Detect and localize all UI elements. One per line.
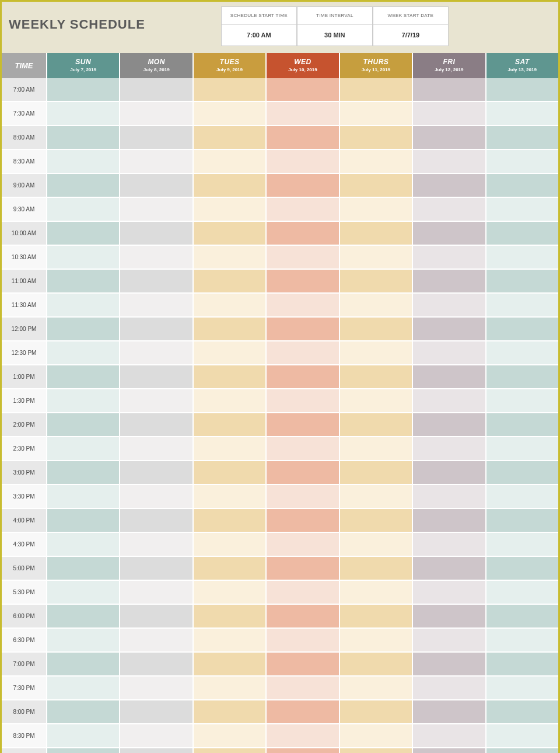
schedule-cell[interactable] bbox=[194, 605, 267, 629]
schedule-cell[interactable] bbox=[120, 437, 193, 461]
schedule-cell[interactable] bbox=[487, 437, 558, 461]
schedule-cell[interactable] bbox=[413, 198, 486, 222]
schedule-cell[interactable] bbox=[120, 629, 193, 653]
schedule-cell[interactable] bbox=[487, 150, 558, 174]
schedule-cell[interactable] bbox=[487, 270, 558, 294]
schedule-cell[interactable] bbox=[413, 461, 486, 485]
schedule-cell[interactable] bbox=[194, 318, 267, 341]
schedule-cell[interactable] bbox=[413, 222, 486, 246]
schedule-cell[interactable] bbox=[267, 461, 340, 485]
schedule-cell[interactable] bbox=[47, 413, 120, 437]
schedule-cell[interactable] bbox=[413, 605, 486, 629]
schedule-cell[interactable] bbox=[340, 341, 413, 365]
schedule-cell[interactable] bbox=[194, 78, 267, 102]
schedule-cell[interactable] bbox=[487, 413, 558, 437]
schedule-cell[interactable] bbox=[267, 700, 340, 724]
schedule-cell[interactable] bbox=[120, 318, 193, 341]
schedule-cell[interactable] bbox=[413, 533, 486, 557]
schedule-cell[interactable] bbox=[267, 222, 340, 246]
schedule-cell[interactable] bbox=[120, 341, 193, 365]
schedule-cell[interactable] bbox=[194, 341, 267, 365]
schedule-cell[interactable] bbox=[487, 174, 558, 198]
schedule-cell[interactable] bbox=[194, 222, 267, 246]
schedule-cell[interactable] bbox=[340, 461, 413, 485]
schedule-cell[interactable] bbox=[267, 485, 340, 509]
schedule-cell[interactable] bbox=[413, 341, 486, 365]
schedule-cell[interactable] bbox=[194, 389, 267, 413]
schedule-cell[interactable] bbox=[120, 222, 193, 246]
schedule-cell[interactable] bbox=[487, 318, 558, 341]
schedule-cell[interactable] bbox=[120, 246, 193, 270]
schedule-cell[interactable] bbox=[120, 102, 193, 126]
schedule-cell[interactable] bbox=[194, 581, 267, 605]
schedule-cell[interactable] bbox=[120, 581, 193, 605]
schedule-cell[interactable] bbox=[340, 724, 413, 748]
schedule-cell[interactable] bbox=[340, 78, 413, 102]
schedule-cell[interactable] bbox=[194, 150, 267, 174]
config-value[interactable]: 7/7/19 bbox=[373, 25, 448, 46]
schedule-cell[interactable] bbox=[340, 294, 413, 318]
schedule-cell[interactable] bbox=[267, 748, 340, 753]
schedule-cell[interactable] bbox=[47, 677, 120, 700]
schedule-cell[interactable] bbox=[413, 126, 486, 150]
schedule-cell[interactable] bbox=[487, 653, 558, 677]
schedule-cell[interactable] bbox=[120, 557, 193, 581]
schedule-cell[interactable] bbox=[340, 246, 413, 270]
schedule-cell[interactable] bbox=[487, 78, 558, 102]
schedule-cell[interactable] bbox=[340, 365, 413, 389]
schedule-cell[interactable] bbox=[267, 246, 340, 270]
schedule-cell[interactable] bbox=[120, 150, 193, 174]
schedule-cell[interactable] bbox=[120, 485, 193, 509]
schedule-cell[interactable] bbox=[413, 557, 486, 581]
schedule-cell[interactable] bbox=[194, 461, 267, 485]
schedule-cell[interactable] bbox=[487, 700, 558, 724]
schedule-cell[interactable] bbox=[267, 557, 340, 581]
schedule-cell[interactable] bbox=[340, 318, 413, 341]
schedule-cell[interactable] bbox=[194, 533, 267, 557]
schedule-cell[interactable] bbox=[47, 174, 120, 198]
schedule-cell[interactable] bbox=[413, 389, 486, 413]
schedule-cell[interactable] bbox=[194, 365, 267, 389]
schedule-cell[interactable] bbox=[267, 150, 340, 174]
schedule-cell[interactable] bbox=[487, 246, 558, 270]
schedule-cell[interactable] bbox=[47, 270, 120, 294]
schedule-cell[interactable] bbox=[340, 174, 413, 198]
schedule-cell[interactable] bbox=[267, 653, 340, 677]
schedule-cell[interactable] bbox=[267, 413, 340, 437]
schedule-cell[interactable] bbox=[120, 605, 193, 629]
schedule-cell[interactable] bbox=[194, 724, 267, 748]
schedule-cell[interactable] bbox=[413, 748, 486, 753]
schedule-cell[interactable] bbox=[194, 557, 267, 581]
schedule-cell[interactable] bbox=[413, 509, 486, 533]
schedule-cell[interactable] bbox=[120, 198, 193, 222]
schedule-cell[interactable] bbox=[47, 294, 120, 318]
schedule-cell[interactable] bbox=[47, 222, 120, 246]
schedule-cell[interactable] bbox=[47, 485, 120, 509]
schedule-cell[interactable] bbox=[47, 533, 120, 557]
schedule-cell[interactable] bbox=[120, 677, 193, 700]
schedule-cell[interactable] bbox=[413, 102, 486, 126]
schedule-cell[interactable] bbox=[47, 581, 120, 605]
schedule-cell[interactable] bbox=[194, 700, 267, 724]
schedule-cell[interactable] bbox=[413, 724, 486, 748]
schedule-cell[interactable] bbox=[47, 461, 120, 485]
schedule-cell[interactable] bbox=[340, 509, 413, 533]
schedule-cell[interactable] bbox=[340, 126, 413, 150]
schedule-cell[interactable] bbox=[47, 653, 120, 677]
schedule-cell[interactable] bbox=[47, 605, 120, 629]
schedule-cell[interactable] bbox=[487, 485, 558, 509]
schedule-cell[interactable] bbox=[487, 557, 558, 581]
schedule-cell[interactable] bbox=[487, 461, 558, 485]
schedule-cell[interactable] bbox=[120, 78, 193, 102]
schedule-cell[interactable] bbox=[413, 246, 486, 270]
schedule-cell[interactable] bbox=[340, 748, 413, 753]
config-value[interactable]: 30 MIN bbox=[298, 25, 372, 46]
schedule-cell[interactable] bbox=[487, 533, 558, 557]
schedule-cell[interactable] bbox=[267, 533, 340, 557]
schedule-cell[interactable] bbox=[194, 485, 267, 509]
schedule-cell[interactable] bbox=[194, 294, 267, 318]
schedule-cell[interactable] bbox=[487, 102, 558, 126]
schedule-cell[interactable] bbox=[194, 677, 267, 700]
schedule-cell[interactable] bbox=[413, 174, 486, 198]
schedule-cell[interactable] bbox=[267, 341, 340, 365]
